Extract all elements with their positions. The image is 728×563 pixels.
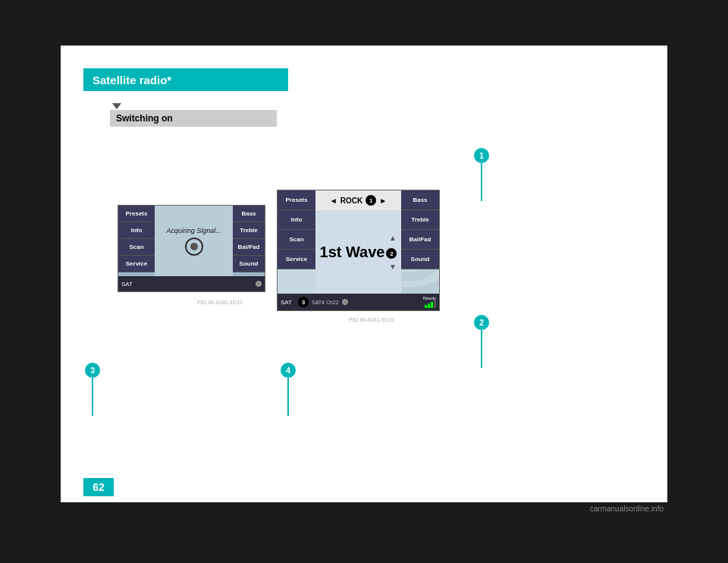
bass-btn-left[interactable]: Bass <box>233 206 265 222</box>
service-btn-left[interactable]: Service <box>118 256 155 272</box>
bass-btn-right[interactable]: Bass <box>401 190 439 210</box>
signal-bar-2 <box>428 304 430 308</box>
switching-text: Switching on <box>116 113 173 124</box>
signal-bar-4 <box>434 300 436 308</box>
left-screen-bottom-bar: SAT <box>118 276 265 291</box>
right-screen-right-buttons: Bass Treble Bal/Fad Sound <box>401 190 439 286</box>
station-badge: 2 <box>386 248 397 259</box>
channel-name: ROCK <box>340 197 362 205</box>
arrow-down-icon <box>112 103 121 109</box>
balfad-btn-right[interactable]: Bal/Fad <box>401 230 439 250</box>
station-name-display: 1st Wave2 <box>320 244 397 261</box>
signal-bar-1 <box>425 305 427 308</box>
signal-bar-3 <box>431 302 433 308</box>
arrow-left-icon: ◄ <box>330 197 337 205</box>
annotation-circle-1: 1 <box>474 148 489 163</box>
annotation-line-2 <box>481 330 482 368</box>
scan-btn-left[interactable]: Scan <box>118 239 155 256</box>
arrow-right-icon: ► <box>379 197 387 205</box>
acquiring-text: Acquiring Signal... <box>166 227 221 234</box>
presets-btn-left[interactable]: Presets <box>118 206 155 222</box>
title-text: Satellite radio* <box>93 74 171 86</box>
channel-badge: 1 <box>366 195 376 206</box>
left-radio-screen: Presets Info Scan Service Bass Treble Ba… <box>118 205 265 292</box>
sat-dot-left <box>256 281 262 287</box>
sound-btn-right[interactable]: Sound <box>401 250 439 269</box>
sat-badge: 3 <box>298 297 309 307</box>
signal-bars <box>425 300 436 308</box>
title-bar: Satellite radio* <box>83 68 288 91</box>
sat-label-left: SAT <box>121 281 133 288</box>
sat-label-right: SAT <box>281 299 292 306</box>
annotation-circle-2: 2 <box>474 315 489 330</box>
switching-label: Switching on <box>110 110 277 127</box>
station-display-area: ▲ 1st Wave2 ▼ <box>315 210 401 294</box>
annotation-circle-3: 3 <box>85 363 100 378</box>
annotation-circle-4: 4 <box>281 363 296 378</box>
service-btn-right[interactable]: Service <box>278 250 315 269</box>
info-btn-right[interactable]: Info <box>278 210 315 230</box>
right-radio-screen: Presets Info Scan Service Bass Treble Ba… <box>277 190 440 311</box>
page-number: 62 <box>83 478 114 496</box>
arrow-down-icon-right: ▼ <box>389 263 397 271</box>
channel-bar: ◄ ROCK 1 ► <box>315 190 401 210</box>
sound-btn-left[interactable]: Sound <box>233 256 265 272</box>
station-name-text: 1st Wave <box>320 244 385 260</box>
signal-icon <box>185 237 203 256</box>
annotation-line-1 <box>481 163 482 201</box>
model-num-right: P82.86-4181-31US <box>349 317 728 563</box>
left-screen-right-buttons: Bass Treble Bal/Fad Sound <box>233 206 265 274</box>
sat-info-text: SAT4 Ch22 <box>312 300 339 305</box>
annotation-line-4 <box>287 378 289 416</box>
sat-dot-right <box>342 299 348 305</box>
ready-area: Ready <box>423 296 436 308</box>
balfad-btn-left[interactable]: Bal/Fad <box>233 239 265 256</box>
info-btn-left[interactable]: Info <box>118 222 155 239</box>
treble-btn-left[interactable]: Treble <box>233 222 265 239</box>
presets-btn-right[interactable]: Presets <box>278 190 315 210</box>
watermark: carmanualsonline.info <box>590 505 664 513</box>
right-screen-left-buttons: Presets Info Scan Service <box>278 190 315 294</box>
right-screen-bottom-bar: SAT 3 SAT4 Ch22 Ready <box>278 294 439 310</box>
acquiring-signal-area: Acquiring Signal... <box>155 206 233 276</box>
arrow-up-icon: ▲ <box>389 234 397 242</box>
scan-btn-right[interactable]: Scan <box>278 230 315 250</box>
annotation-line-3 <box>92 378 93 416</box>
treble-btn-right[interactable]: Treble <box>401 210 439 230</box>
